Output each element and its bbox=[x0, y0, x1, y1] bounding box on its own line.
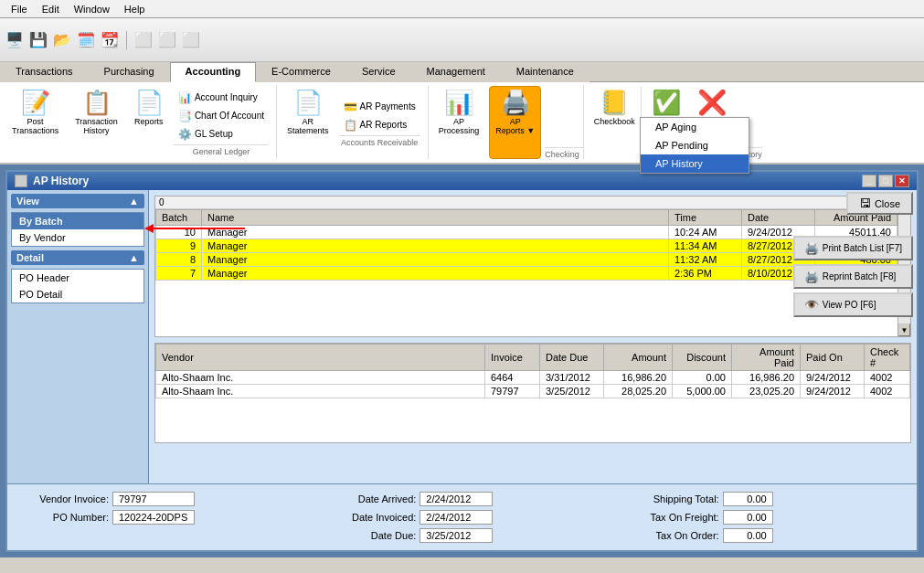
bottom-info-col3: Shipping Total: 0.00 Tax On Freight: 0.0… bbox=[637, 492, 902, 543]
ribbon-btn-ar-payments[interactable]: 💳 AR Payments bbox=[339, 99, 420, 115]
ap-reports-label: APReports ▼ bbox=[495, 117, 535, 135]
dropdown-ap-pending[interactable]: AP Pending bbox=[641, 136, 749, 154]
toolbar-icon-7[interactable]: ⬜ bbox=[156, 29, 178, 50]
vendor-col-check: Check # bbox=[865, 345, 910, 371]
minimize-button[interactable]: _ bbox=[862, 175, 876, 187]
menu-edit[interactable]: Edit bbox=[35, 2, 67, 16]
table-row[interactable]: Alto-Shaam Inc. 6464 3/31/2012 16,986.20… bbox=[156, 371, 910, 385]
ribbon-btn-ar-reports[interactable]: 📋 AR Reports bbox=[339, 117, 420, 133]
table-row[interactable]: Alto-Shaam Inc. 79797 3/25/2012 28,025.2… bbox=[156, 385, 910, 398]
view-by-vendor[interactable]: By Vendor bbox=[12, 229, 143, 246]
toolbar-icon-5[interactable]: 📆 bbox=[99, 29, 121, 50]
table-row[interactable]: 9 Manager 11:34 AM 8/27/2012 26991.90 bbox=[156, 239, 897, 253]
tab-purchasing[interactable]: Purchasing bbox=[89, 62, 170, 82]
tab-maintenance[interactable]: Maintenance bbox=[501, 62, 589, 82]
toolbar-icon-4[interactable]: 🗓️ bbox=[75, 29, 97, 50]
right-content: 🖫 Close 0 Batch Name bbox=[149, 190, 917, 483]
detail-section-header: Detail ▲ bbox=[11, 250, 144, 265]
vendor-col-amount: Amount bbox=[604, 345, 673, 371]
gl-reports-icon: 📄 bbox=[134, 89, 164, 117]
vendor-col-discount: Discount bbox=[673, 345, 732, 371]
post-icon: 📝 bbox=[21, 89, 50, 117]
window-close-button[interactable]: ✕ bbox=[895, 175, 909, 187]
view-po-button[interactable]: 👁️ View PO [F6] bbox=[793, 292, 913, 317]
ar-payments-icon: 💳 bbox=[344, 101, 357, 113]
maximize-button[interactable]: □ bbox=[878, 175, 893, 187]
ar-statements-label: ARStatements bbox=[287, 117, 329, 135]
main-content: AP History _ □ ✕ View ▲ By Batch By Vend bbox=[0, 164, 924, 557]
toolbar-icon-3[interactable]: 📂 bbox=[51, 29, 73, 50]
batch-counter: 0 bbox=[155, 196, 897, 209]
tab-accounting[interactable]: Accounting bbox=[170, 62, 257, 82]
gl-setup-label: GL Setup bbox=[195, 129, 233, 139]
dropdown-ap-aging[interactable]: AP Aging bbox=[641, 118, 749, 136]
date-due-row: Date Due: 3/25/2012 bbox=[338, 528, 621, 543]
tax-on-order-row: Tax On Order: 0.00 bbox=[637, 528, 902, 543]
ribbon-btn-ar-statements[interactable]: 📄 ARStatements bbox=[281, 86, 335, 159]
batch-col-date: Date bbox=[742, 210, 815, 226]
ap-history-window: AP History _ □ ✕ View ▲ By Batch By Vend bbox=[5, 170, 919, 552]
close-btn-area: 🖫 Close bbox=[846, 192, 913, 215]
detail-po-detail[interactable]: PO Detail bbox=[12, 286, 143, 302]
tab-service[interactable]: Service bbox=[346, 62, 411, 82]
menu-window[interactable]: Window bbox=[67, 2, 117, 16]
tab-management[interactable]: Management bbox=[411, 62, 501, 82]
dropdown-ap-history[interactable]: AP History bbox=[641, 154, 749, 173]
toolbar-icon-2[interactable]: 💾 bbox=[27, 29, 49, 50]
ap-processing-label: APProcessing bbox=[439, 117, 480, 135]
ribbon-btn-post[interactable]: 📝 PostTransactions bbox=[5, 86, 65, 159]
scroll-down-arrow[interactable]: ▼ bbox=[898, 324, 910, 336]
ribbon-btn-checkbook[interactable]: 📒 Checkbook bbox=[588, 86, 642, 159]
vendor-table-container: Vendor Invoice Date Due Amount Discount … bbox=[154, 343, 911, 443]
ribbon-btn-gl-setup[interactable]: ⚙️ GL Setup bbox=[174, 126, 269, 143]
vendor-table: Vendor Invoice Date Due Amount Discount … bbox=[155, 344, 910, 398]
print-batch-list-button[interactable]: 🖨️ Print Batch List [F7] bbox=[793, 236, 913, 260]
shipping-total-value: 0.00 bbox=[723, 492, 773, 506]
txhistory-label: TransactionHistory bbox=[75, 117, 118, 135]
ap-reports-icon: 🖨️ bbox=[501, 89, 530, 117]
chart-accounts-icon: 📑 bbox=[178, 110, 192, 122]
toolbar-icon-8[interactable]: ⬜ bbox=[180, 29, 202, 50]
date-arrived-row: Date Arrived: 2/24/2012 bbox=[338, 492, 621, 506]
ribbon: 📝 PostTransactions 📋 TransactionHistory … bbox=[0, 82, 924, 164]
ribbon-btn-ap-reports[interactable]: 🖨️ APReports ▼ bbox=[489, 86, 541, 159]
tax-on-freight-value: 0.00 bbox=[723, 510, 773, 525]
toolbar-icon-1[interactable]: 🖥️ bbox=[4, 29, 26, 50]
ribbon-btn-txhistory[interactable]: 📋 TransactionHistory bbox=[69, 86, 124, 159]
view-collapse-icon[interactable]: ▲ bbox=[129, 196, 139, 207]
checkbook-label: Checkbook bbox=[594, 117, 635, 126]
menu-file[interactable]: File bbox=[4, 2, 35, 16]
detail-po-header[interactable]: PO Header bbox=[12, 270, 143, 286]
tab-transactions[interactable]: Transactions bbox=[0, 62, 89, 82]
table-row[interactable]: 10 Manager 10:24 AM 9/24/2012 45011.40 bbox=[156, 226, 897, 239]
vendor-invoice-value: 79797 bbox=[112, 492, 195, 506]
close-button[interactable]: 🖫 Close bbox=[846, 192, 913, 215]
detail-items: PO Header PO Detail bbox=[11, 269, 144, 303]
vendor-col-invoice: Invoice bbox=[485, 345, 540, 371]
ap-processing-icon: 📊 bbox=[444, 89, 473, 117]
batch-col-time: Time bbox=[669, 210, 742, 226]
ribbon-btn-gl-reports[interactable]: 📄 Reports bbox=[128, 86, 170, 159]
detail-collapse-icon[interactable]: ▲ bbox=[129, 252, 139, 263]
ap-reports-dropdown: AP Aging AP Pending AP History bbox=[640, 117, 749, 174]
reprint-batch-button[interactable]: 🖨️ Reprint Batch [F8] bbox=[793, 264, 913, 289]
view-by-batch[interactable]: By Batch bbox=[12, 213, 143, 229]
toolbar-icon-6[interactable]: ⬜ bbox=[133, 29, 154, 50]
date-invoiced-label: Date Invoiced: bbox=[338, 512, 416, 523]
shipping-total-row: Shipping Total: 0.00 bbox=[637, 492, 902, 506]
menu-help[interactable]: Help bbox=[117, 2, 153, 16]
vendor-col-paid-on: Paid On bbox=[801, 345, 865, 371]
ar-reports-icon: 📋 bbox=[344, 119, 357, 132]
date-invoiced-value: 2/24/2012 bbox=[420, 510, 493, 525]
ribbon-btn-chart-accounts[interactable]: 📑 Chart Of Account bbox=[174, 108, 269, 124]
table-row[interactable]: 7 Manager 2:36 PM 8/10/2012 15955.80 bbox=[156, 267, 897, 281]
tab-ecommerce[interactable]: E-Commerce bbox=[256, 62, 346, 82]
date-due-value: 3/25/2012 bbox=[420, 528, 493, 543]
ribbon-btn-account-inquiry[interactable]: 📊 Account Inquiry bbox=[174, 90, 269, 106]
left-panel: View ▲ By Batch By Vendor Detail ▲ PO He… bbox=[7, 190, 149, 483]
table-row[interactable]: 8 Manager 11:32 AM 8/27/2012 480.00 bbox=[156, 253, 897, 267]
toolbar: 🖥️ 💾 📂 🗓️ 📆 ⬜ ⬜ ⬜ bbox=[0, 18, 924, 62]
ribbon-btn-ap-processing[interactable]: 📊 APProcessing bbox=[432, 86, 486, 159]
batch-col-name: Name bbox=[202, 210, 669, 226]
bottom-info-col2: Date Arrived: 2/24/2012 Date Invoiced: 2… bbox=[338, 492, 621, 543]
